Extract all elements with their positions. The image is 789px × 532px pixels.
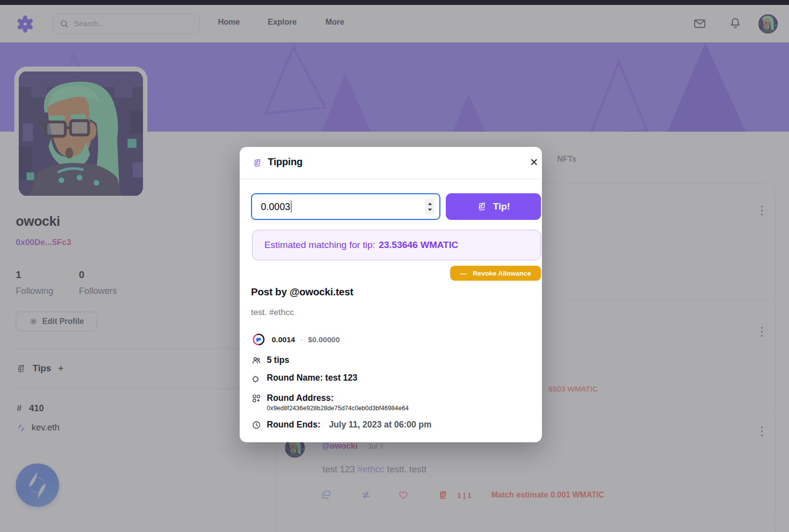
round-name-row: Round Name: test 123 xyxy=(251,373,358,383)
round-ends-row: Round Ends: July 11, 2023 at 06:00 pm xyxy=(251,420,431,430)
number-stepper[interactable] xyxy=(425,199,434,214)
minus-icon: — xyxy=(460,270,467,277)
token-amount: 0.0014 xyxy=(272,335,295,344)
estimated-matching-box: Estimated matching for tip: 23.53646 WMA… xyxy=(252,230,541,260)
clock-icon xyxy=(251,420,261,430)
matching-value: 23.53646 WMATIC xyxy=(379,240,458,250)
round-name: Round Name: test 123 xyxy=(267,373,358,383)
tip-icon xyxy=(477,201,488,212)
grid-plus-icon xyxy=(251,393,261,403)
text-caret xyxy=(291,201,292,213)
round-ends-value: July 11, 2023 at 06:00 pm xyxy=(329,420,431,430)
tip-amount-input[interactable]: 0.0003 xyxy=(251,193,440,220)
round-ends-label: Round Ends: xyxy=(267,420,321,430)
people-icon xyxy=(251,355,261,365)
round-address-value: 0x9ed8f2436e928b28de75d74c0eb0d3bf46984e… xyxy=(267,405,409,412)
revoke-allowance-label: Revoke Allowance xyxy=(473,270,531,277)
round-address-label: Round Address: xyxy=(267,393,333,403)
token-amount-row: 0.0014 · $0.00000 xyxy=(252,333,340,346)
window-top-strip xyxy=(0,0,789,5)
modal-title: Tipping xyxy=(268,156,302,168)
post-by-heading: Post by @owocki.test xyxy=(251,286,353,298)
close-icon[interactable]: × xyxy=(526,154,542,171)
stepper-down-icon[interactable] xyxy=(428,209,432,211)
tipping-modal: Tipping × 0.0003 Tip! Estimated matching… xyxy=(240,147,542,442)
dot-separator: · xyxy=(300,335,303,344)
stepper-up-icon[interactable] xyxy=(428,203,432,205)
tips-count-row: 5 tips xyxy=(251,355,289,365)
app-screen: Home Explore More owocki 0x00De...5Fc3 1 xyxy=(0,0,789,532)
matching-prefix: Estimated matching for tip: xyxy=(264,240,375,250)
tip-button[interactable]: Tip! xyxy=(446,193,541,220)
revoke-allowance-button[interactable]: — Revoke Allowance xyxy=(450,266,541,281)
tip-icon xyxy=(252,158,263,168)
tips-count: 5 tips xyxy=(267,355,289,365)
usd-value: $0.00000 xyxy=(308,335,340,344)
tip-button-label: Tip! xyxy=(493,201,510,212)
round-address-row: Round Address: xyxy=(251,393,333,403)
puzzle-icon xyxy=(251,373,261,383)
divider xyxy=(240,178,542,179)
wmatic-token-icon xyxy=(252,333,265,346)
tip-amount-value: 0.0003 xyxy=(261,201,290,213)
tipped-post-text: test. #ethcc xyxy=(251,308,294,318)
